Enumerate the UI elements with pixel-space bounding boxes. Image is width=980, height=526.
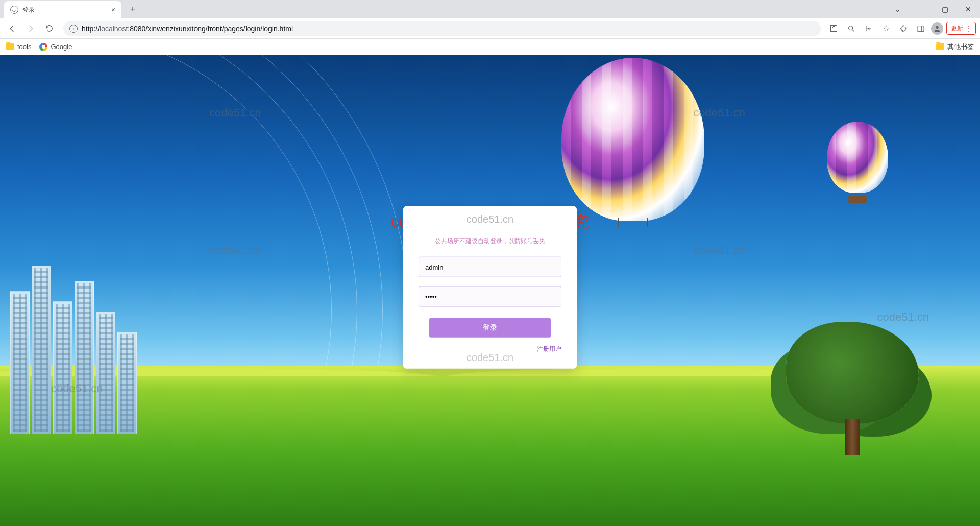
password-input[interactable] — [419, 286, 561, 307]
maximize-button[interactable]: ▢ — [933, 1, 957, 17]
bookmark-other[interactable]: 其他书签 — [936, 42, 974, 52]
key-icon[interactable]: ⚿ — [827, 21, 841, 36]
tab-strip: 登录 × + ⌄ — ▢ ✕ — [0, 0, 980, 18]
google-icon — [39, 43, 47, 51]
extensions-icon[interactable] — [896, 21, 911, 36]
update-button[interactable]: 更新 ⋮ — [946, 22, 976, 35]
balloon-graphic-small — [827, 122, 888, 203]
share-icon[interactable] — [862, 21, 876, 36]
kebab-icon: ⋮ — [965, 25, 971, 32]
tab-title: 登录 — [22, 6, 107, 14]
url-host: localhost — [100, 25, 128, 33]
sidepanel-icon[interactable] — [914, 21, 928, 36]
svg-rect-2 — [918, 26, 924, 31]
tree-graphic — [786, 322, 919, 455]
dropdown-icon[interactable]: ⌄ — [886, 1, 910, 17]
login-hint: 公共场所不建议自动登录，以防账号丢失 — [419, 237, 561, 246]
back-button[interactable] — [4, 20, 20, 37]
bookmarks-bar: tools Google 其他书签 — [0, 39, 980, 55]
watermark: code51.cn — [467, 213, 513, 225]
window-controls: ⌄ — ▢ ✕ — [886, 1, 980, 17]
bookmark-tools[interactable]: tools — [6, 43, 31, 51]
url-text: http://localhost:8080/xinwenzixunxitong/… — [82, 25, 293, 33]
profile-avatar[interactable] — [931, 22, 943, 35]
info-icon[interactable]: i — [69, 25, 78, 33]
watermark: code51.cn — [467, 352, 513, 364]
close-window-button[interactable]: ✕ — [957, 1, 980, 17]
close-icon[interactable]: × — [111, 6, 115, 14]
browser-toolbar: i http://localhost:8080/xinwenzixunxiton… — [0, 18, 980, 39]
browser-chrome: 登录 × + ⌄ — ▢ ✕ i http://localhost:8080/x… — [0, 0, 980, 55]
folder-icon — [6, 43, 14, 50]
bookmark-label: Google — [51, 43, 72, 51]
forward-button[interactable] — [22, 20, 39, 37]
address-bar[interactable]: i http://localhost:8080/xinwenzixunxiton… — [63, 21, 821, 36]
update-label: 更新 — [951, 24, 963, 33]
svg-point-4 — [936, 26, 938, 28]
url-port: :8080 — [128, 25, 145, 33]
login-button[interactable]: 登录 — [429, 318, 551, 338]
bookmark-label: 其他书签 — [947, 42, 974, 52]
svg-point-0 — [849, 26, 853, 30]
folder-icon — [936, 43, 944, 50]
bookmark-label: tools — [17, 43, 31, 51]
login-card: code51.cn 公共场所不建议自动登录，以防账号丢失 登录 注册用户 cod… — [403, 206, 577, 369]
bookmark-google[interactable]: Google — [39, 43, 72, 51]
new-tab-button[interactable]: + — [126, 2, 140, 16]
url-scheme: http:// — [82, 25, 100, 33]
balloon-graphic — [561, 58, 704, 227]
zoom-icon[interactable] — [844, 21, 859, 36]
minimize-button[interactable]: — — [910, 1, 933, 17]
username-input[interactable] — [419, 257, 561, 277]
svg-line-1 — [852, 30, 854, 31]
url-path: /xinwenzixunxitong/front/pages/login/log… — [145, 25, 293, 33]
star-icon[interactable]: ☆ — [879, 21, 893, 36]
browser-tab[interactable]: 登录 × — [4, 1, 121, 18]
globe-icon — [10, 6, 18, 14]
reload-button[interactable] — [41, 20, 57, 37]
page-viewport: code51.cn code51.cn code51.cn code51.cn … — [0, 55, 980, 526]
buildings-graphic — [10, 266, 137, 434]
